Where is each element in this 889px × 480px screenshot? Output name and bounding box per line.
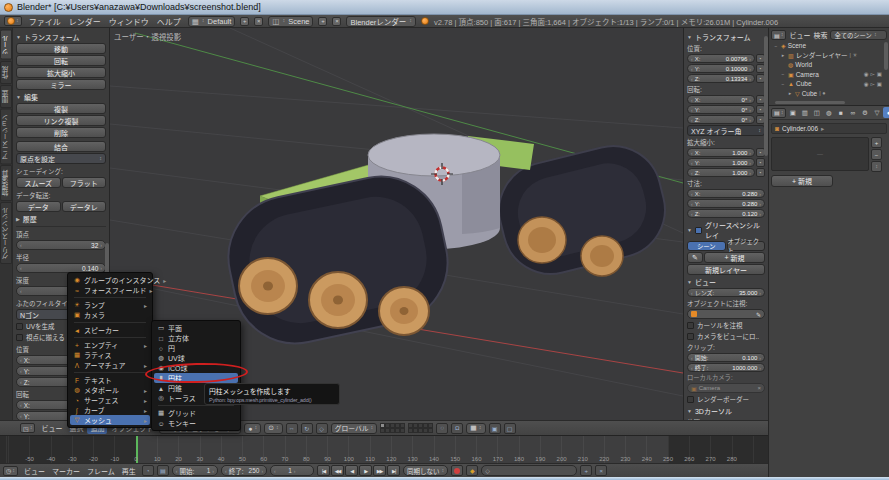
lock-scene-button[interactable]: ◌ bbox=[436, 423, 448, 434]
outliner-row-scene[interactable]: −◈Scene bbox=[771, 41, 887, 51]
slider-right-arrow-icon[interactable]: › bbox=[759, 211, 761, 217]
outliner-search-menu[interactable]: 検索 bbox=[813, 30, 827, 40]
slider-right-arrow-icon[interactable]: › bbox=[749, 76, 751, 82]
jump-to-start-button[interactable]: |◀ bbox=[317, 465, 330, 476]
menu-item-surface[interactable]: ◔サーフェス▸ bbox=[70, 395, 150, 405]
view-panel-header[interactable]: ▼ビュー bbox=[687, 277, 765, 287]
np-scale-x-field[interactable]: ‹X:1.000› bbox=[687, 148, 755, 157]
np-loc-y-field[interactable]: ‹Y:0.10000› bbox=[687, 64, 755, 73]
layer-10[interactable] bbox=[400, 428, 405, 433]
checkbox-box[interactable] bbox=[687, 322, 694, 329]
translate-manipulator-button[interactable]: ↔ bbox=[286, 423, 298, 434]
opengl-render-button[interactable]: ▣ bbox=[489, 423, 501, 434]
menu-item-mesh[interactable]: ▽メッシュ▸ bbox=[70, 415, 150, 425]
tool-tab-relations[interactable]: 関連 bbox=[0, 85, 12, 108]
expand-icon[interactable]: ▸ bbox=[780, 52, 786, 58]
viewport-editor-type-button[interactable]: ◳↕ bbox=[20, 423, 35, 433]
slider-left-arrow-icon[interactable]: ‹ bbox=[691, 170, 693, 176]
selectability-toggle-icon[interactable]: ▻ bbox=[871, 71, 875, 77]
lock-object-field[interactable]: ✎ bbox=[687, 309, 765, 319]
viewport-menu-view[interactable]: ビュー bbox=[38, 422, 65, 434]
jump-to-next-keyframe-button[interactable]: ▶▶ bbox=[373, 465, 386, 476]
current-frame-field[interactable]: ‹1› bbox=[270, 465, 314, 476]
mirror-button[interactable]: ミラー bbox=[16, 79, 106, 90]
preview-range-button[interactable]: ◔ bbox=[142, 465, 154, 476]
edit-panel-header[interactable]: ▼編集 bbox=[16, 92, 106, 102]
properties-tab-world-icon[interactable]: ◍ bbox=[823, 107, 834, 118]
menu-item-curve[interactable]: ∫カーブ▸ bbox=[70, 405, 150, 415]
menu-item-lattice[interactable]: ▦ラティス bbox=[70, 350, 150, 360]
checkbox-box[interactable] bbox=[16, 334, 23, 341]
scale-button[interactable]: 拡大縮小 bbox=[16, 67, 106, 78]
properties-editor-type-button[interactable]: ▤↕ bbox=[771, 108, 786, 118]
renderability-toggle-icon[interactable]: ▣ bbox=[877, 81, 882, 87]
gp-source-scene[interactable]: シーン bbox=[687, 241, 726, 251]
menu-item-camera[interactable]: ▣カメラ bbox=[70, 310, 150, 320]
np-transform-header[interactable]: ▼トランスフォーム bbox=[687, 32, 765, 42]
slider-left-arrow-icon[interactable]: ‹ bbox=[20, 402, 22, 408]
data-layout-button[interactable]: データレ bbox=[62, 201, 107, 212]
slider-right-arrow-icon[interactable]: › bbox=[100, 242, 102, 248]
keying-set-dropdown[interactable]: ◆ bbox=[466, 465, 478, 476]
outliner-view-menu[interactable]: ビュー bbox=[789, 30, 810, 40]
menu-item-metaball[interactable]: ◍メタボール▸ bbox=[70, 385, 150, 395]
expand-icon[interactable]: − bbox=[780, 71, 786, 77]
timeline-menu-view[interactable]: ビュー bbox=[21, 465, 48, 477]
transform-panel-header[interactable]: ▼トランスフォーム bbox=[16, 32, 106, 42]
cursor-3d-header[interactable]: ▼3Dカーソル bbox=[687, 406, 765, 416]
slider-left-arrow-icon[interactable]: ‹ bbox=[691, 76, 693, 82]
slider-left-arrow-icon[interactable]: ‹ bbox=[691, 150, 693, 156]
slider-left-arrow-icon[interactable]: ‹ bbox=[691, 160, 693, 166]
translate-button[interactable]: 移動 bbox=[16, 43, 106, 54]
slider-left-arrow-icon[interactable]: ‹ bbox=[20, 242, 22, 248]
timeline-menu-frame[interactable]: フレーム bbox=[84, 465, 118, 477]
history-panel-header[interactable]: ▶履歴 bbox=[16, 214, 106, 224]
slider-left-arrow-icon[interactable]: ‹ bbox=[691, 117, 693, 123]
checkbox-box[interactable] bbox=[16, 323, 23, 330]
slider-left-arrow-icon[interactable]: ‹ bbox=[691, 211, 693, 217]
menu-item-uv-sphere[interactable]: ◍UV球 bbox=[154, 353, 238, 363]
clear-icon[interactable]: × bbox=[757, 385, 761, 391]
slider-right-arrow-icon[interactable]: › bbox=[749, 160, 751, 166]
frame-start-field[interactable]: ‹開始:1› bbox=[172, 465, 218, 476]
outliner-row-camera[interactable]: −▣Camera◉▻▣ bbox=[771, 70, 887, 80]
jump-to-end-button[interactable]: ▶| bbox=[387, 465, 400, 476]
slider-right-arrow-icon[interactable]: › bbox=[749, 150, 751, 156]
selectability-toggle-icon[interactable]: ▻ bbox=[871, 81, 875, 87]
keying-filter-button[interactable]: ▤ bbox=[157, 465, 169, 476]
scene-selector[interactable]: ◫ ↕ Scene bbox=[268, 16, 313, 27]
sync-dropdown[interactable]: 同期しない↕ bbox=[403, 465, 448, 476]
gp-pencil-dropdown[interactable]: ✎ bbox=[687, 252, 703, 263]
menu-item-monkey[interactable]: ☺モンキー bbox=[154, 418, 238, 428]
menu-item-group-instance[interactable]: ◉グループのインスタンス▸ bbox=[70, 275, 150, 285]
snap-magnet-button[interactable]: Ω bbox=[451, 423, 463, 434]
active-keying-set-field[interactable]: ◇ bbox=[481, 465, 577, 476]
delete-keyframe-button[interactable]: × bbox=[595, 465, 607, 476]
slider-left-arrow-icon[interactable]: ‹ bbox=[691, 66, 693, 72]
jump-to-prev-keyframe-button[interactable]: ◀◀ bbox=[331, 465, 344, 476]
menu-item-grid[interactable]: ▦グリッド bbox=[154, 408, 238, 418]
delete-scene-button[interactable]: × bbox=[332, 17, 341, 26]
outliner-editor-type-button[interactable]: ▤↕ bbox=[771, 30, 786, 40]
slider-left-arrow-icon[interactable]: ‹ bbox=[20, 379, 22, 385]
checkbox-box[interactable] bbox=[687, 333, 694, 340]
outliner-h-scrollbar[interactable] bbox=[775, 101, 845, 104]
slider-left-arrow-icon[interactable]: ‹ bbox=[691, 97, 693, 103]
snap-mode-dropdown[interactable]: ▦↕ bbox=[466, 423, 485, 434]
tool-tab-animation[interactable]: アニメーション bbox=[0, 109, 12, 165]
material-slot-list[interactable]: — bbox=[771, 137, 869, 171]
join-button[interactable]: 結合 bbox=[16, 141, 106, 152]
slider-left-arrow-icon[interactable]: ‹ bbox=[691, 201, 693, 207]
properties-tab-modifiers-icon[interactable]: ⚙ bbox=[859, 107, 870, 118]
smooth-button[interactable]: スムーズ bbox=[16, 177, 61, 188]
np-scale-y-field[interactable]: ‹Y:1.000› bbox=[687, 158, 755, 167]
np-dim-y-field[interactable]: ‹Y:0.280› bbox=[687, 199, 765, 208]
gp-new-layer-button[interactable]: 新規レイヤー bbox=[687, 264, 765, 275]
slider-right-arrow-icon[interactable]: › bbox=[759, 191, 761, 197]
tool-tab-create[interactable]: 作成 bbox=[0, 61, 12, 84]
frame-end-field[interactable]: ‹終了:250› bbox=[221, 465, 267, 476]
properties-tab-scene-icon[interactable]: ◫ bbox=[811, 107, 822, 118]
lens-field[interactable]: ‹レンズ:35.000› bbox=[687, 288, 765, 297]
np-loc-z-field[interactable]: ‹Z:0.13334› bbox=[687, 74, 755, 83]
slider-left-arrow-icon[interactable]: ‹ bbox=[691, 56, 693, 62]
